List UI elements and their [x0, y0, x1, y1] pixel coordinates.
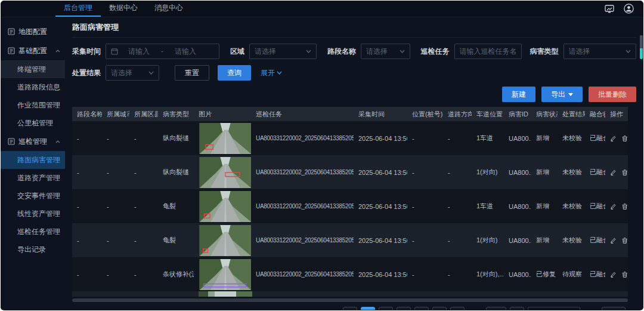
tab-message-center[interactable]: 消息中心: [146, 1, 191, 17]
chevron-down-icon: [400, 50, 405, 53]
delete-icon[interactable]: [622, 203, 628, 210]
cell-fusion: 已融合: [585, 168, 605, 177]
page-button-3[interactable]: 3: [397, 307, 411, 310]
page-size-value: 10条/页: [533, 309, 555, 310]
column-header-fusion: 融合状态: [585, 110, 605, 119]
collect-time-range-input[interactable]: -: [106, 44, 219, 59]
export-button[interactable]: 导出: [541, 87, 583, 102]
cell-image: [194, 123, 251, 154]
prev-page-button[interactable]: [343, 307, 357, 310]
vertical-scrollbar-thumb[interactable]: [640, 35, 643, 59]
collect-time-start-input[interactable]: [120, 47, 157, 56]
sidebar-item-work-scope-mgmt[interactable]: 作业范围管理: [1, 96, 65, 114]
page-button-5[interactable]: 5: [432, 307, 447, 310]
page-button-4[interactable]: 4: [414, 307, 429, 310]
calendar-icon: [111, 48, 118, 55]
collect-time-end-input[interactable]: [167, 47, 204, 56]
reset-button[interactable]: 重置: [175, 65, 209, 81]
page-button-2[interactable]: 2: [379, 307, 393, 310]
page-button-1271[interactable]: 1271: [486, 307, 506, 310]
delete-icon[interactable]: [622, 237, 628, 244]
pagination: 共 12706 条 123456···1271 10条/页 前往 页: [72, 307, 636, 310]
sidebar-item-inspection-task-mgmt[interactable]: 巡检任务管理: [1, 223, 65, 241]
batch-delete-button[interactable]: 批量删除: [589, 87, 636, 102]
edit-icon[interactable]: [610, 271, 616, 278]
edit-icon[interactable]: [610, 237, 616, 244]
column-header-status: 病害状态: [531, 110, 558, 119]
cell-collect_time: 2025-06-04 13:50: [354, 203, 407, 210]
sidebar-group-basic-config[interactable]: 基础配置: [1, 41, 65, 60]
table-row[interactable]: ---龟裂UA800331220002_20250604133852059202…: [72, 189, 628, 223]
edit-icon[interactable]: [610, 169, 616, 176]
expand-link[interactable]: 展开: [261, 68, 282, 78]
next-page-button[interactable]: [510, 307, 524, 310]
column-header-position: 位置(桩号): [407, 110, 443, 119]
disease-photo-thumbnail[interactable]: [199, 259, 251, 290]
cell-disease_id: UA800...: [504, 169, 531, 176]
cell-image: [194, 157, 251, 188]
chevron-down-icon: [277, 71, 282, 75]
sidebar-item-linear-asset-mgmt[interactable]: 线性资产管理: [1, 205, 65, 223]
cell-direction: -: [443, 271, 472, 278]
table-row[interactable]: ---纵向裂缝UA800331220002_202506041338520592…: [72, 121, 628, 155]
cell-disposal: 待观察: [558, 270, 585, 279]
cell-county: -: [129, 135, 158, 142]
search-button[interactable]: 查询: [218, 65, 251, 81]
sidebar-item-pavement-disease-mgmt[interactable]: 路面病害管理: [1, 151, 65, 169]
cell-disease_id: UA800...: [504, 237, 531, 244]
document-icon: [8, 47, 15, 54]
edit-icon[interactable]: [610, 203, 616, 210]
sidebar-item-road-asset-mgmt[interactable]: 道路资产管理: [1, 169, 65, 187]
inspection-task-label: 巡检任务: [421, 47, 450, 57]
cell-image: [194, 191, 251, 222]
table-row[interactable]: ---条状修补(沥青)UA800331220002_20250604133852…: [72, 257, 628, 291]
disposal-result-label: 处置结果: [72, 68, 101, 78]
table-row[interactable]: ---龟裂UA800331220002_20250604133852059202…: [72, 223, 628, 257]
road-name-select[interactable]: 请选择: [361, 44, 410, 59]
page-button-1[interactable]: 1: [361, 307, 375, 310]
sidebar-item-kilometer-post-mgmt[interactable]: 公里桩管理: [1, 114, 65, 132]
cell-status: 新增: [531, 236, 558, 245]
table-row[interactable]: ---纵向裂缝UA800331220002_202506041338520592…: [72, 155, 628, 189]
sidebar-item-map-config[interactable]: 地图配置: [1, 22, 65, 41]
disposal-result-select[interactable]: 请选择: [106, 65, 159, 81]
document-icon: [8, 28, 15, 35]
cell-image: [194, 225, 251, 256]
horizontal-scrollbar[interactable]: [72, 298, 628, 302]
page-size-select[interactable]: 10条/页: [528, 307, 580, 310]
disease-photo-thumbnail[interactable]: [199, 123, 251, 154]
screen-share-icon[interactable]: [604, 4, 615, 14]
sidebar-item-traffic-safety-event-mgmt[interactable]: 交安事件管理: [1, 187, 65, 205]
cell-collect_time: 2025-06-04 13:50: [354, 237, 407, 244]
page-ellipsis[interactable]: ···: [468, 307, 482, 310]
delete-icon[interactable]: [622, 135, 628, 142]
disease-type-select[interactable]: 请选择: [564, 44, 637, 59]
create-button[interactable]: 新建: [502, 87, 535, 102]
delete-icon[interactable]: [622, 271, 628, 278]
delete-icon[interactable]: [622, 169, 628, 176]
tab-data-center[interactable]: 数据中心: [101, 1, 146, 17]
cell-task: UA800331220002_20250604133852059: [251, 271, 354, 278]
inspection-task-input[interactable]: [460, 47, 516, 56]
tab-backend-admin[interactable]: 后台管理: [55, 1, 101, 17]
cell-status: 新增: [531, 168, 558, 177]
cell-task: UA800331220002_20250604133852059: [251, 237, 354, 244]
disease-photo-thumbnail[interactable]: [199, 157, 251, 188]
region-select[interactable]: 请选择: [249, 44, 317, 59]
app-window: 后台管理 数据中心 消息中心 地图配置 基础配置 终端管理: [1, 1, 643, 310]
sidebar-item-terminal-mgmt[interactable]: 终端管理: [1, 60, 65, 78]
user-avatar-icon[interactable]: [623, 4, 634, 14]
sidebar-item-road-section-info[interactable]: 道路路段信息: [1, 78, 65, 96]
total-count: 共 12706 条: [301, 309, 339, 310]
page-button-6[interactable]: 6: [450, 307, 465, 310]
disease-photo-thumbnail[interactable]: [199, 191, 251, 222]
column-header-road_name: 路段名称: [72, 110, 102, 119]
edit-icon[interactable]: [610, 135, 616, 142]
goto-page-input[interactable]: [602, 307, 626, 310]
chevron-down-icon: [626, 50, 631, 53]
sidebar-group-inspection-mgmt[interactable]: 巡检管理: [1, 132, 65, 151]
cell-task: UA800331220002_20250604133852059: [251, 169, 354, 175]
sidebar-item-export-records[interactable]: 导出记录: [1, 241, 65, 258]
disease-photo-thumbnail[interactable]: [199, 225, 251, 256]
column-header-disease_id: 病害ID: [504, 110, 531, 119]
